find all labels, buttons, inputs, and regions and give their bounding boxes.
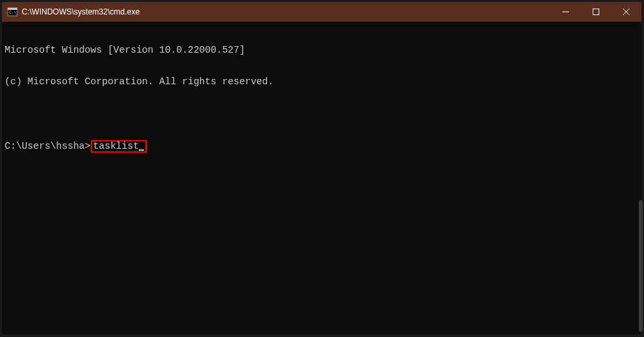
svg-text:C:\: C:\ <box>9 10 16 14</box>
cursor <box>139 149 144 151</box>
blank-line <box>5 109 639 119</box>
copyright-line: (c) Microsoft Corporation. All rights re… <box>5 77 639 88</box>
scrollbar-thumb[interactable] <box>639 200 641 332</box>
titlebar[interactable]: C:\ C:\WINDOWS\system32\cmd.exe <box>2 2 641 22</box>
window-controls <box>551 2 641 22</box>
prompt-line: C:\Users\hssha>tasklist <box>5 140 639 153</box>
version-line: Microsoft Windows [Version 10.0.22000.52… <box>5 45 639 56</box>
close-button[interactable] <box>611 2 641 22</box>
svg-rect-4 <box>593 9 599 15</box>
minimize-button[interactable] <box>551 2 581 22</box>
cmd-window: C:\ C:\WINDOWS\system32\cmd.exe Microsof… <box>2 2 641 334</box>
scrollbar[interactable] <box>639 21 641 332</box>
maximize-button[interactable] <box>581 2 611 22</box>
window-title: C:\WINDOWS\system32\cmd.exe <box>22 7 551 16</box>
terminal-area[interactable]: Microsoft Windows [Version 10.0.22000.52… <box>2 22 641 334</box>
prompt-text: C:\Users\hssha> <box>5 142 91 152</box>
command-highlight: tasklist <box>91 140 147 153</box>
cmd-icon: C:\ <box>7 7 18 17</box>
command-text: tasklist <box>93 141 139 151</box>
